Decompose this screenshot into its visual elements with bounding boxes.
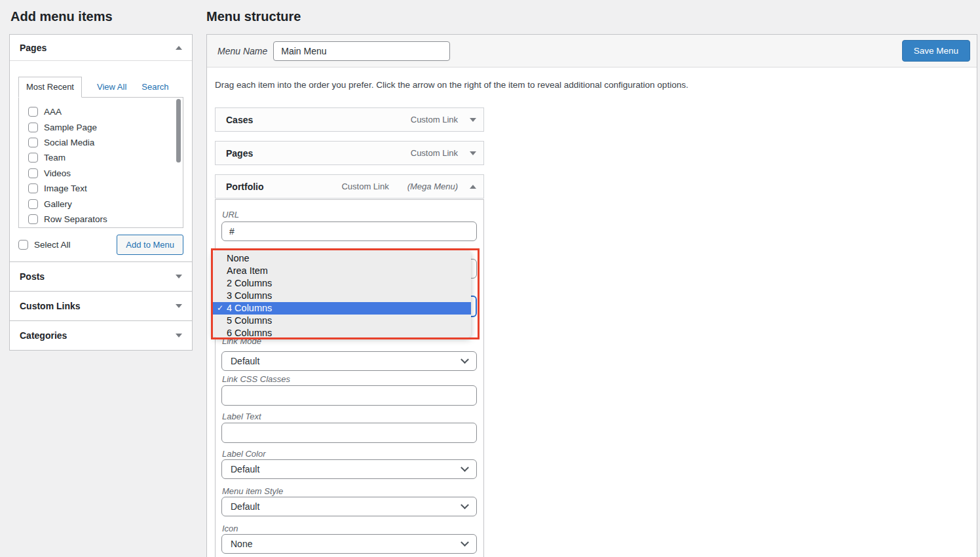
icon-select[interactable]: None [221,534,477,554]
dropdown-option[interactable]: Area Item [213,265,471,277]
select-all-row: Select All Add to Menu [18,235,183,255]
expand-arrow-icon[interactable] [470,118,476,122]
list-item-label: Team [44,153,66,163]
menu-name-label: Menu Name [217,46,267,56]
select-value: None [231,539,252,549]
tab-search[interactable]: Search [141,77,168,98]
accordion-posts[interactable]: Posts [10,261,192,291]
label-text-input[interactable] [221,423,477,443]
chevron-down-icon [461,501,469,509]
scrollbar-thumb[interactable] [176,99,181,163]
list-item: Videos [28,166,183,181]
checkbox[interactable] [28,183,38,193]
save-menu-button[interactable]: Save Menu [902,40,970,62]
menu-item-style-label: Menu item Style [222,485,283,498]
select-all-checkbox[interactable] [18,240,28,250]
select-all-label: Select All [34,240,71,250]
url-input[interactable] [221,221,477,241]
list-item-label: Social Media [44,138,94,147]
link-css-classes-input[interactable] [221,385,477,406]
dropdown-option[interactable]: 5 Columns [213,315,471,327]
select-value: Default [231,501,259,512]
tab-most-recent[interactable]: Most Recent [18,77,82,98]
link-css-classes-label: Link CSS Classes [222,373,290,386]
add-menu-items-heading: Add menu items [10,9,113,24]
link-mode-select[interactable]: Default [221,351,477,371]
menu-item-title: Portfolio [226,182,264,192]
list-item: Team [28,150,183,165]
list-item-label: Sample Page [44,123,97,132]
pages-panel-header[interactable]: Pages [10,35,192,61]
chevron-down-icon [461,538,469,547]
icon-label: Icon [222,522,238,535]
list-item: Row Separators [28,212,183,227]
chevron-down-icon [461,463,469,472]
chevron-down-icon [461,355,469,364]
menu-item-type: Custom Link [411,115,458,125]
checkbox[interactable] [28,138,38,147]
checkbox[interactable] [28,153,38,163]
pages-panel-title: Pages [20,43,47,53]
pages-panel-body: Most Recent View All Search AAA Sample P… [10,61,192,261]
dropdown-option[interactable]: None [213,252,471,265]
collapse-arrow-icon[interactable] [470,185,476,189]
checkbox[interactable] [28,123,38,132]
menu-item-type: Custom Link [341,182,388,191]
add-to-menu-button[interactable]: Add to Menu [117,235,183,255]
list-item: Image Text [28,181,183,196]
menu-name-input[interactable] [273,41,450,61]
menu-name-bar: Menu Name Save Menu [207,35,977,67]
list-item: Social Media [28,135,183,150]
accordion-categories[interactable]: Categories [10,320,192,350]
expand-arrow-icon[interactable] [470,151,476,155]
mega-menu-badge: (Mega Menu) [407,182,458,191]
accordion-label: Categories [20,330,67,341]
url-label: URL [222,208,239,221]
accordion-label: Custom Links [20,301,81,311]
tab-view-all[interactable]: View All [97,77,126,98]
menu-item-type: Custom Link [411,148,458,158]
label-text-label: Label Text [222,410,261,423]
menu-item-portfolio[interactable]: Portfolio Custom Link (Mega Menu) [215,174,484,199]
columns-dropdown-list: None Area Item 2 Columns 3 Columns ✓ 4 C… [213,250,471,337]
select-value: Default [231,356,259,366]
select-value: Default [231,464,259,474]
accordion-custom-links[interactable]: Custom Links [10,291,192,320]
menu-structure-heading: Menu structure [206,9,301,24]
label-color-label: Label Color [222,448,266,461]
list-item: AAA [28,104,183,119]
list-item-label: Videos [44,168,71,178]
dropdown-option-label: 4 Columns [227,303,272,313]
dropdown-option[interactable]: 2 Columns [213,277,471,290]
list-item: Sample Page [28,119,183,134]
checkbox[interactable] [28,168,38,178]
portfolio-settings-panel: URL None Area Item 2 Columns 3 Columns ✓… [215,199,484,557]
collapse-arrow-icon[interactable] [176,46,182,50]
list-item: Gallery [28,196,183,211]
dropdown-option[interactable]: 3 Columns [213,290,471,302]
select-all: Select All [18,240,71,250]
dropdown-option[interactable]: 6 Columns [213,327,471,339]
checkmark-icon: ✓ [217,302,223,315]
menu-item-style-select[interactable]: Default [221,497,477,516]
dropdown-option-selected[interactable]: ✓ 4 Columns [213,302,471,315]
checkbox[interactable] [28,199,38,209]
list-item-label: Gallery [44,199,72,209]
expand-arrow-icon[interactable] [176,275,182,278]
menu-item-title: Cases [226,115,253,125]
pages-tabs: Most Recent View All Search [18,77,183,98]
drag-instruction-text: Drag each item into the order you prefer… [215,80,688,90]
expand-arrow-icon[interactable] [176,334,182,337]
menu-item-title: Pages [226,148,253,159]
label-color-select[interactable]: Default [221,459,477,479]
list-item-label: Row Separators [44,214,107,224]
checkbox[interactable] [28,107,38,117]
menu-item-cases[interactable]: Cases Custom Link [215,107,484,132]
accordion-label: Posts [20,271,45,282]
pages-checklist: AAA Sample Page Social Media Team Videos… [18,97,183,228]
list-item-label: AAA [44,107,62,117]
menu-structure-panel: Menu Name Save Menu Drag each item into … [206,34,977,557]
expand-arrow-icon[interactable] [176,304,182,308]
menu-item-pages[interactable]: Pages Custom Link [215,141,484,165]
checkbox[interactable] [28,214,38,224]
